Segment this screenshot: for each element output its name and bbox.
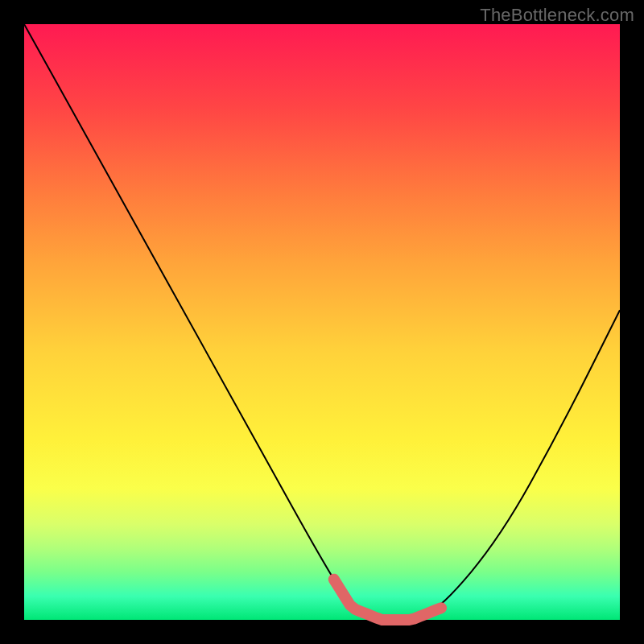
optimal-range-marker (334, 580, 441, 620)
curve-svg (24, 24, 620, 620)
plot-area (24, 24, 620, 620)
bottleneck-chart: TheBottleneck.com (0, 0, 644, 644)
watermark-text: TheBottleneck.com (480, 5, 634, 26)
bottleneck-curve-path (24, 24, 620, 620)
